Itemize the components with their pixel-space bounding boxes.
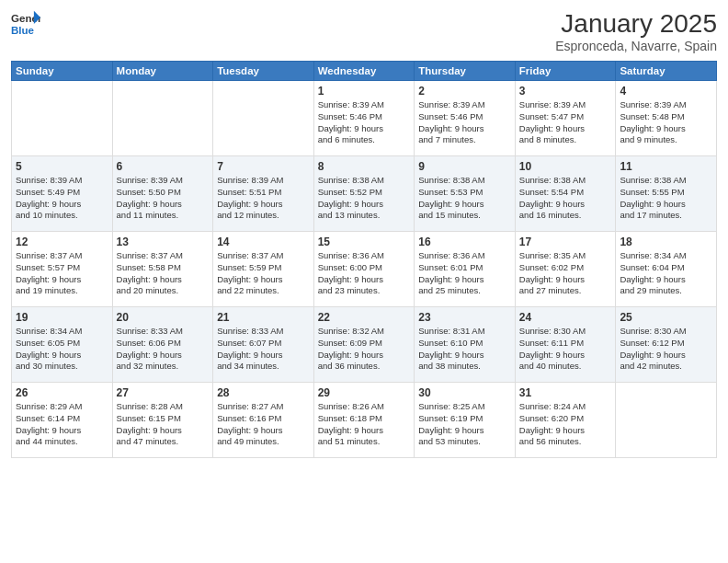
calendar-cell: 18Sunrise: 8:34 AM Sunset: 6:04 PM Dayli… bbox=[616, 232, 717, 307]
day-number: 26 bbox=[16, 386, 108, 399]
header-day-wednesday: Wednesday bbox=[313, 62, 415, 81]
calendar-cell: 2Sunrise: 8:39 AM Sunset: 5:46 PM Daylig… bbox=[415, 81, 516, 156]
day-info: Sunrise: 8:35 AM Sunset: 6:02 PM Dayligh… bbox=[519, 250, 612, 297]
day-info: Sunrise: 8:31 AM Sunset: 6:10 PM Dayligh… bbox=[418, 326, 511, 373]
calendar-cell: 26Sunrise: 8:29 AM Sunset: 6:14 PM Dayli… bbox=[12, 383, 113, 458]
calendar-cell: 12Sunrise: 8:37 AM Sunset: 5:57 PM Dayli… bbox=[12, 232, 113, 307]
logo: General Blue bbox=[11, 9, 40, 39]
day-number: 29 bbox=[318, 386, 411, 399]
svg-text:Blue: Blue bbox=[11, 25, 35, 36]
day-number: 18 bbox=[620, 236, 712, 248]
calendar-cell: 9Sunrise: 8:38 AM Sunset: 5:53 PM Daylig… bbox=[415, 156, 516, 232]
day-info: Sunrise: 8:38 AM Sunset: 5:54 PM Dayligh… bbox=[519, 175, 612, 222]
day-info: Sunrise: 8:33 AM Sunset: 6:06 PM Dayligh… bbox=[117, 326, 210, 373]
header-day-sunday: Sunday bbox=[12, 62, 113, 81]
day-number: 10 bbox=[519, 160, 612, 173]
day-info: Sunrise: 8:34 AM Sunset: 6:04 PM Dayligh… bbox=[620, 250, 712, 297]
day-number: 27 bbox=[117, 386, 210, 399]
day-info: Sunrise: 8:39 AM Sunset: 5:51 PM Dayligh… bbox=[217, 175, 310, 222]
header-day-thursday: Thursday bbox=[415, 62, 516, 81]
calendar-table: SundayMondayTuesdayWednesdayThursdayFrid… bbox=[11, 61, 717, 458]
day-info: Sunrise: 8:32 AM Sunset: 6:09 PM Dayligh… bbox=[318, 326, 411, 373]
day-info: Sunrise: 8:36 AM Sunset: 6:01 PM Dayligh… bbox=[418, 250, 511, 297]
day-number: 25 bbox=[620, 311, 712, 324]
header-day-saturday: Saturday bbox=[616, 62, 717, 81]
calendar-cell: 16Sunrise: 8:36 AM Sunset: 6:01 PM Dayli… bbox=[415, 232, 516, 307]
header-day-friday: Friday bbox=[515, 62, 616, 81]
week-row-2: 5Sunrise: 8:39 AM Sunset: 5:49 PM Daylig… bbox=[12, 156, 717, 232]
day-info: Sunrise: 8:39 AM Sunset: 5:46 PM Dayligh… bbox=[418, 99, 511, 146]
calendar-cell: 17Sunrise: 8:35 AM Sunset: 6:02 PM Dayli… bbox=[515, 232, 616, 307]
calendar-cell: 28Sunrise: 8:27 AM Sunset: 6:16 PM Dayli… bbox=[213, 383, 314, 458]
day-info: Sunrise: 8:29 AM Sunset: 6:14 PM Dayligh… bbox=[16, 401, 108, 448]
day-number: 21 bbox=[217, 311, 310, 324]
day-info: Sunrise: 8:33 AM Sunset: 6:07 PM Dayligh… bbox=[217, 326, 310, 373]
week-row-4: 19Sunrise: 8:34 AM Sunset: 6:05 PM Dayli… bbox=[12, 307, 717, 383]
calendar-cell bbox=[616, 383, 717, 458]
day-number: 22 bbox=[318, 311, 411, 324]
calendar-cell bbox=[213, 81, 314, 156]
subtitle: Espronceda, Navarre, Spain bbox=[555, 39, 717, 53]
calendar-cell: 6Sunrise: 8:39 AM Sunset: 5:50 PM Daylig… bbox=[112, 156, 213, 232]
day-number: 3 bbox=[519, 85, 612, 98]
calendar-cell: 24Sunrise: 8:30 AM Sunset: 6:11 PM Dayli… bbox=[515, 307, 616, 383]
calendar-cell: 4Sunrise: 8:39 AM Sunset: 5:48 PM Daylig… bbox=[616, 81, 717, 156]
day-number: 20 bbox=[117, 311, 210, 324]
day-number: 16 bbox=[418, 236, 511, 248]
day-info: Sunrise: 8:39 AM Sunset: 5:47 PM Dayligh… bbox=[519, 99, 612, 146]
day-info: Sunrise: 8:25 AM Sunset: 6:19 PM Dayligh… bbox=[418, 401, 511, 448]
day-number: 11 bbox=[620, 160, 712, 173]
calendar-cell: 22Sunrise: 8:32 AM Sunset: 6:09 PM Dayli… bbox=[313, 307, 415, 383]
calendar-cell: 31Sunrise: 8:24 AM Sunset: 6:20 PM Dayli… bbox=[515, 383, 616, 458]
calendar-cell: 11Sunrise: 8:38 AM Sunset: 5:55 PM Dayli… bbox=[616, 156, 717, 232]
calendar-cell: 1Sunrise: 8:39 AM Sunset: 5:46 PM Daylig… bbox=[313, 81, 415, 156]
calendar-cell: 5Sunrise: 8:39 AM Sunset: 5:49 PM Daylig… bbox=[12, 156, 113, 232]
day-number: 24 bbox=[519, 311, 612, 324]
header-day-monday: Monday bbox=[112, 62, 213, 81]
calendar-cell: 10Sunrise: 8:38 AM Sunset: 5:54 PM Dayli… bbox=[515, 156, 616, 232]
day-info: Sunrise: 8:39 AM Sunset: 5:48 PM Dayligh… bbox=[620, 99, 712, 146]
day-number: 4 bbox=[620, 85, 712, 98]
day-number: 5 bbox=[16, 160, 108, 173]
day-info: Sunrise: 8:36 AM Sunset: 6:00 PM Dayligh… bbox=[318, 250, 411, 297]
day-info: Sunrise: 8:39 AM Sunset: 5:50 PM Dayligh… bbox=[117, 175, 210, 222]
day-info: Sunrise: 8:30 AM Sunset: 6:12 PM Dayligh… bbox=[620, 326, 712, 373]
day-info: Sunrise: 8:38 AM Sunset: 5:53 PM Dayligh… bbox=[418, 175, 511, 222]
day-info: Sunrise: 8:26 AM Sunset: 6:18 PM Dayligh… bbox=[318, 401, 411, 448]
day-info: Sunrise: 8:37 AM Sunset: 5:59 PM Dayligh… bbox=[217, 250, 310, 297]
calendar-cell: 21Sunrise: 8:33 AM Sunset: 6:07 PM Dayli… bbox=[213, 307, 314, 383]
day-info: Sunrise: 8:37 AM Sunset: 5:58 PM Dayligh… bbox=[117, 250, 210, 297]
day-info: Sunrise: 8:38 AM Sunset: 5:55 PM Dayligh… bbox=[620, 175, 712, 222]
week-row-1: 1Sunrise: 8:39 AM Sunset: 5:46 PM Daylig… bbox=[12, 81, 717, 156]
day-number: 7 bbox=[217, 160, 310, 173]
calendar-cell: 19Sunrise: 8:34 AM Sunset: 6:05 PM Dayli… bbox=[12, 307, 113, 383]
header: General Blue January 2025 Espronceda, Na… bbox=[11, 9, 717, 53]
day-number: 19 bbox=[16, 311, 108, 324]
day-number: 13 bbox=[117, 236, 210, 248]
day-number: 9 bbox=[418, 160, 511, 173]
calendar-cell: 30Sunrise: 8:25 AM Sunset: 6:19 PM Dayli… bbox=[415, 383, 516, 458]
day-number: 6 bbox=[117, 160, 210, 173]
calendar-cell: 20Sunrise: 8:33 AM Sunset: 6:06 PM Dayli… bbox=[112, 307, 213, 383]
calendar-cell: 7Sunrise: 8:39 AM Sunset: 5:51 PM Daylig… bbox=[213, 156, 314, 232]
calendar-cell bbox=[112, 81, 213, 156]
calendar-cell: 3Sunrise: 8:39 AM Sunset: 5:47 PM Daylig… bbox=[515, 81, 616, 156]
calendar-cell: 8Sunrise: 8:38 AM Sunset: 5:52 PM Daylig… bbox=[313, 156, 415, 232]
day-number: 30 bbox=[418, 386, 511, 399]
day-number: 23 bbox=[418, 311, 511, 324]
title-block: January 2025 Espronceda, Navarre, Spain bbox=[555, 9, 717, 53]
day-number: 8 bbox=[318, 160, 411, 173]
day-info: Sunrise: 8:39 AM Sunset: 5:46 PM Dayligh… bbox=[318, 99, 411, 146]
header-row: SundayMondayTuesdayWednesdayThursdayFrid… bbox=[12, 62, 717, 81]
day-number: 17 bbox=[519, 236, 612, 248]
calendar-cell: 23Sunrise: 8:31 AM Sunset: 6:10 PM Dayli… bbox=[415, 307, 516, 383]
header-day-tuesday: Tuesday bbox=[213, 62, 314, 81]
calendar-cell: 15Sunrise: 8:36 AM Sunset: 6:00 PM Dayli… bbox=[313, 232, 415, 307]
calendar-cell: 14Sunrise: 8:37 AM Sunset: 5:59 PM Dayli… bbox=[213, 232, 314, 307]
day-info: Sunrise: 8:39 AM Sunset: 5:49 PM Dayligh… bbox=[16, 175, 108, 222]
day-number: 15 bbox=[318, 236, 411, 248]
calendar-cell: 27Sunrise: 8:28 AM Sunset: 6:15 PM Dayli… bbox=[112, 383, 213, 458]
page-container: General Blue January 2025 Espronceda, Na… bbox=[0, 0, 728, 563]
week-row-3: 12Sunrise: 8:37 AM Sunset: 5:57 PM Dayli… bbox=[12, 232, 717, 307]
day-number: 2 bbox=[418, 85, 511, 98]
